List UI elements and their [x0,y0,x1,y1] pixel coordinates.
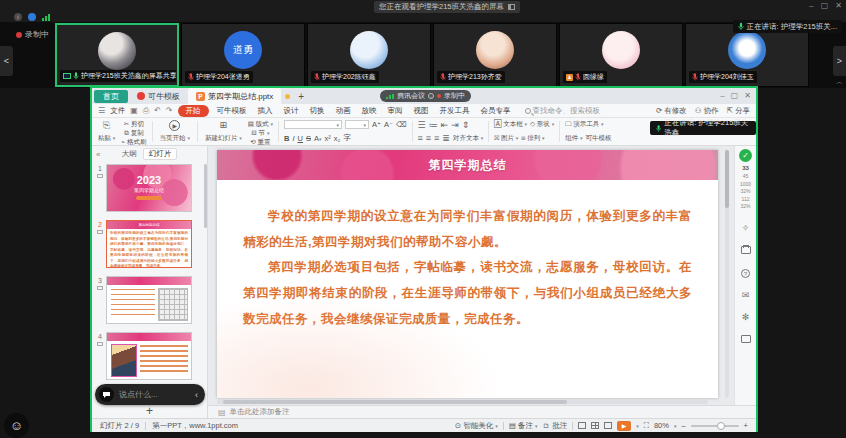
thumbnail-item[interactable]: 1 2023 第四学期总结 [94,164,201,212]
ribbon-tab-animation[interactable]: 动画 [333,106,354,116]
save-icon[interactable]: ▣ [130,106,138,115]
align-center-icon[interactable]: ≡ [426,133,431,143]
meeting-share-pill[interactable]: 腾讯会议 i 录制中 [380,90,471,102]
shape-button[interactable]: ◇ 形状 ▾ [530,120,554,129]
italic-button[interactable]: I [292,134,294,143]
thumbnail-item-selected[interactable]: 2 第四学期总结 学校的第四学期的设立意在为同学们丰富假期的阅历，体验到更多的丰… [94,220,201,268]
zoom-level[interactable]: 80% [654,421,669,430]
format-painter-button[interactable]: ⌁ 格式刷 [121,138,146,146]
sparkle-icon[interactable]: ✧ [742,224,750,233]
add-slide-button[interactable]: + [92,404,207,418]
zoom-slider[interactable] [691,425,739,427]
play-from-current-button[interactable]: ▶ 当页开始 ▾ [158,119,192,144]
slide-body-text[interactable]: 学校的第四学期的设立意在为同学们丰富假期的阅历，体验到更多的丰富精彩的生活,第四… [217,180,718,332]
align-text-button[interactable]: 对齐文本 ▾ [453,134,483,143]
thumbnail-item[interactable]: 4 [94,332,201,380]
normal-view-icon[interactable] [578,422,586,429]
slide-horizontal-scrollbar[interactable] [217,400,708,404]
info-icon[interactable]: i [14,13,22,21]
settings-icon[interactable]: ✻ [742,313,750,322]
slideshow-play-button[interactable]: ▶ [617,421,631,431]
minimize-icon[interactable]: – [809,1,813,10]
ribbon-tab-design[interactable]: 设计 [281,106,302,116]
ribbon-tab-slideshow[interactable]: 放映 [359,106,380,116]
slide-canvas[interactable]: 第四学期总结 学校的第四学期的设立意在为同学们丰富假期的阅历，体验到更多的丰富精… [217,150,718,398]
number-list-icon[interactable]: ≔ [429,120,438,130]
participant-tile[interactable]: 护理学202陈钰鑫 [307,23,431,87]
modified-status[interactable]: ⟳ 有修改 [656,106,687,116]
slide-vertical-scrollbar[interactable] [725,150,729,398]
arrange-button[interactable]: ⧈ 排列 ▾ [521,134,544,143]
font-family-select[interactable]: ▾ [284,120,342,129]
participant-tile[interactable]: 护理学215班关浩鑫的屏幕共享 [55,23,179,87]
copy-button[interactable]: ⧉ 复制 [121,129,146,138]
thumbnail-slide-1[interactable]: 2023 第四学期总结 [106,164,192,212]
slide-paragraph[interactable]: 第四学期必选项目包括，字帖临摹，读书交流，志愿服务，母校回访。在第四学期即将结束… [243,255,692,332]
shield-icon[interactable] [28,13,36,21]
bold-button[interactable]: B [284,134,289,143]
align-left-icon[interactable]: ≡ [418,133,423,143]
slide-sorter-view-icon[interactable] [591,422,599,429]
font-color-button[interactable]: A▾ [314,134,322,143]
shrink-font-button[interactable]: A⁻ [384,120,393,129]
align-right-icon[interactable]: ≡ [434,133,439,143]
hamburger-icon[interactable]: ☰ [98,106,105,115]
notes-toggle-button[interactable]: ▤ 备注 ▾ [509,421,538,431]
tab-document-active[interactable]: P 第四学期总结.pptx [188,88,281,104]
display-icon[interactable] [741,335,751,343]
zoom-in-button[interactable]: + [744,421,748,430]
strip-caret-icon[interactable]: ︿ [836,77,843,87]
mail-icon[interactable]: ✉ [742,291,750,300]
indent-increase-icon[interactable]: ⇥ [451,120,459,130]
font-size-select[interactable]: ▾ [345,120,369,129]
cut-button[interactable]: ✂ 剪切 [121,120,146,129]
print-icon[interactable]: ⎙ [143,106,149,116]
keniu-templates-button[interactable]: 可牛模板 [585,134,611,143]
new-tab-button[interactable]: + [298,91,304,102]
paste-button[interactable]: ⎘ 粘贴 ▾ [96,119,117,144]
components-button[interactable]: 组件 ▾ [565,134,582,143]
superscript-button[interactable]: x² [324,134,330,143]
thumbnail-slide-4[interactable] [106,332,192,380]
zoom-slider-knob[interactable] [717,422,725,430]
notes-bar[interactable]: ▤ 单击此处添加备注 [208,405,756,418]
restore-icon[interactable]: ▢ [731,91,739,100]
tab-docer[interactable]: 可牛模板 [131,91,186,102]
present-tools-button[interactable]: 🖵 演示工具 ▾ [565,120,603,129]
folder-icon[interactable] [741,246,751,254]
line-spacing-icon[interactable]: ⇕ [462,120,470,130]
chevron-left-icon[interactable]: ‹ [195,390,198,400]
reading-view-icon[interactable] [604,422,612,429]
reset-button[interactable]: ⟲ 重置 [248,138,273,146]
collaborate-button[interactable]: ⚇ 协作 [695,106,719,116]
char-spacing-button[interactable]: 字 [343,133,351,143]
slide-area[interactable]: 第四学期总结 学校的第四学期的设立意在为同学们丰富假期的阅历，体验到更多的丰富精… [208,146,734,405]
zoom-out-button[interactable]: – [681,421,685,430]
fit-window-icon[interactable]: ⛶ [644,421,649,431]
new-slide-button[interactable]: ⊞ 新建幻灯片 ▾ [203,119,244,144]
layout-button[interactable]: ▤ 版式 ▾ [248,120,273,129]
ribbon-tab-devtools[interactable]: 开发工具 [437,106,473,116]
ribbon-tab-review[interactable]: 审阅 [385,106,406,116]
ribbon-tab-transition[interactable]: 切换 [307,106,328,116]
strikethrough-button[interactable]: S [306,134,311,143]
close-icon[interactable]: ✕ [744,91,751,100]
exit-fullscreen-icon[interactable] [508,4,515,10]
ribbon-tab-member[interactable]: 会员专享 [478,106,514,116]
tab-home[interactable]: 首页 [94,90,128,103]
security-shield-icon[interactable]: ✓ [739,149,752,162]
maximize-icon[interactable]: ▢ [821,1,829,10]
close-icon[interactable]: ✕ [835,1,842,10]
text-box-button[interactable]: 🄰 文本框 ▾ [494,120,527,129]
tab-slides[interactable]: 幻灯片 [143,148,178,160]
indent-decrease-icon[interactable]: ⇤ [441,120,449,130]
participant-tile[interactable]: 护理学213孙齐爱 [433,23,557,87]
comments-button[interactable]: 🗅 批注 [543,421,568,431]
ribbon-tab-insert[interactable]: 插入 [255,106,276,116]
clear-format-button[interactable]: ⌫ [396,120,407,129]
thumbnail-slide-3[interactable] [106,276,192,324]
section-button[interactable]: ⊟ 节 ▾ [248,129,273,138]
justify-icon[interactable]: ≣ [442,133,450,143]
quick-chat-pill[interactable]: 说点什么... ‹ [95,384,205,405]
reaction-float-button[interactable]: ☺ [4,413,29,438]
